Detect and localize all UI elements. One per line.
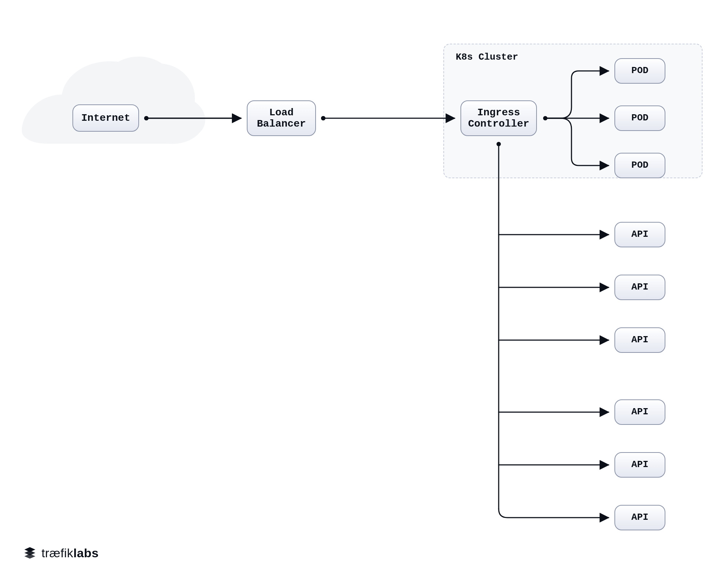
pod-node-3: POD [614,153,665,178]
svg-point-3 [144,116,149,120]
api-node-4: API [614,399,665,425]
svg-point-5 [321,116,325,120]
ingress-controller-node: IngressController [460,100,537,136]
brand-wordmark: træfiklabs [41,546,99,560]
node-label: API [632,282,649,292]
svg-point-0 [144,116,149,120]
node-label: POD [632,113,649,123]
node-label: LoadBalancer [257,107,306,130]
k8s-cluster-title: K8s Cluster [456,52,518,63]
brand-logo: træfiklabs [23,546,99,560]
brand-part2: labs [73,546,99,560]
node-label: API [632,512,649,523]
node-label: POD [632,160,649,171]
node-label: Internet [81,112,130,124]
pod-node-1: POD [614,58,665,84]
node-label: API [632,459,649,470]
api-node-3: API [614,327,665,353]
api-node-6: API [614,505,665,530]
diagram-canvas: K8s Cluster Internet LoadBalancer Ingres… [0,0,728,582]
node-label: API [632,407,649,417]
pod-node-2: POD [614,105,665,131]
svg-point-2 [321,116,325,120]
brand-part1: træfik [41,546,73,560]
node-label: IngressController [468,107,529,130]
api-node-2: API [614,275,665,300]
node-label: POD [632,65,649,76]
api-node-1: API [614,222,665,247]
traefik-icon [23,546,37,560]
node-label: API [632,229,649,240]
load-balancer-node: LoadBalancer [247,100,316,136]
api-node-5: API [614,452,665,478]
node-label: API [632,335,649,345]
internet-node: Internet [72,104,139,132]
